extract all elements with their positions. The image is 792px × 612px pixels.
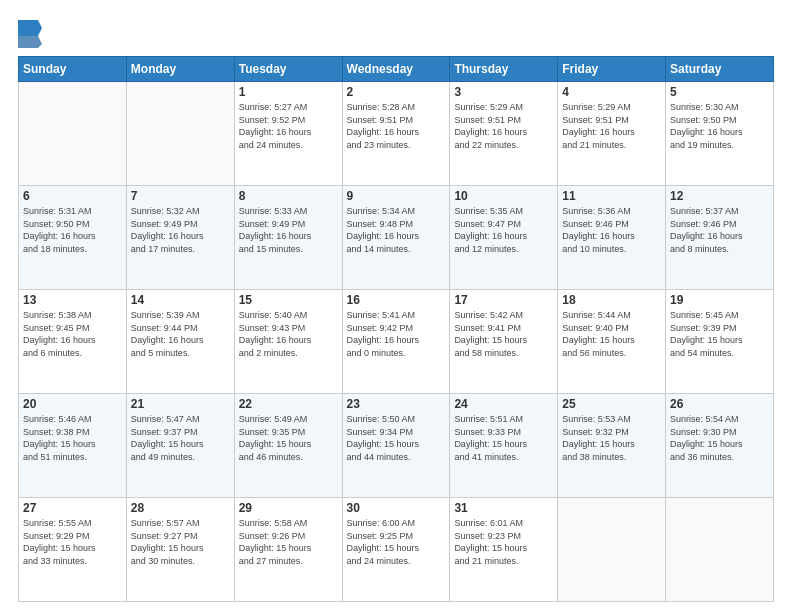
table-row: 16Sunrise: 5:41 AM Sunset: 9:42 PM Dayli…	[342, 290, 450, 394]
day-info: Sunrise: 5:55 AM Sunset: 9:29 PM Dayligh…	[23, 517, 122, 567]
day-number: 23	[347, 397, 446, 411]
day-info: Sunrise: 5:29 AM Sunset: 9:51 PM Dayligh…	[454, 101, 553, 151]
day-info: Sunrise: 5:35 AM Sunset: 9:47 PM Dayligh…	[454, 205, 553, 255]
calendar-week-row: 1Sunrise: 5:27 AM Sunset: 9:52 PM Daylig…	[19, 82, 774, 186]
table-row: 12Sunrise: 5:37 AM Sunset: 9:46 PM Dayli…	[666, 186, 774, 290]
day-info: Sunrise: 5:49 AM Sunset: 9:35 PM Dayligh…	[239, 413, 338, 463]
svg-marker-0	[18, 20, 42, 36]
weekday-header-friday: Friday	[558, 57, 666, 82]
table-row: 29Sunrise: 5:58 AM Sunset: 9:26 PM Dayli…	[234, 498, 342, 602]
day-info: Sunrise: 5:37 AM Sunset: 9:46 PM Dayligh…	[670, 205, 769, 255]
day-info: Sunrise: 5:50 AM Sunset: 9:34 PM Dayligh…	[347, 413, 446, 463]
table-row: 27Sunrise: 5:55 AM Sunset: 9:29 PM Dayli…	[19, 498, 127, 602]
day-info: Sunrise: 5:30 AM Sunset: 9:50 PM Dayligh…	[670, 101, 769, 151]
table-row: 20Sunrise: 5:46 AM Sunset: 9:38 PM Dayli…	[19, 394, 127, 498]
day-info: Sunrise: 5:38 AM Sunset: 9:45 PM Dayligh…	[23, 309, 122, 359]
weekday-header-row: SundayMondayTuesdayWednesdayThursdayFrid…	[19, 57, 774, 82]
day-number: 11	[562, 189, 661, 203]
svg-marker-1	[18, 36, 42, 48]
day-info: Sunrise: 5:29 AM Sunset: 9:51 PM Dayligh…	[562, 101, 661, 151]
weekday-header-tuesday: Tuesday	[234, 57, 342, 82]
table-row: 15Sunrise: 5:40 AM Sunset: 9:43 PM Dayli…	[234, 290, 342, 394]
calendar-week-row: 13Sunrise: 5:38 AM Sunset: 9:45 PM Dayli…	[19, 290, 774, 394]
table-row: 30Sunrise: 6:00 AM Sunset: 9:25 PM Dayli…	[342, 498, 450, 602]
day-number: 24	[454, 397, 553, 411]
calendar-week-row: 6Sunrise: 5:31 AM Sunset: 9:50 PM Daylig…	[19, 186, 774, 290]
table-row: 7Sunrise: 5:32 AM Sunset: 9:49 PM Daylig…	[126, 186, 234, 290]
day-info: Sunrise: 5:41 AM Sunset: 9:42 PM Dayligh…	[347, 309, 446, 359]
day-info: Sunrise: 6:00 AM Sunset: 9:25 PM Dayligh…	[347, 517, 446, 567]
weekday-header-thursday: Thursday	[450, 57, 558, 82]
day-number: 25	[562, 397, 661, 411]
day-number: 19	[670, 293, 769, 307]
weekday-header-sunday: Sunday	[19, 57, 127, 82]
table-row: 9Sunrise: 5:34 AM Sunset: 9:48 PM Daylig…	[342, 186, 450, 290]
day-info: Sunrise: 5:45 AM Sunset: 9:39 PM Dayligh…	[670, 309, 769, 359]
day-number: 7	[131, 189, 230, 203]
table-row: 11Sunrise: 5:36 AM Sunset: 9:46 PM Dayli…	[558, 186, 666, 290]
day-number: 28	[131, 501, 230, 515]
table-row: 17Sunrise: 5:42 AM Sunset: 9:41 PM Dayli…	[450, 290, 558, 394]
day-info: Sunrise: 5:33 AM Sunset: 9:49 PM Dayligh…	[239, 205, 338, 255]
day-info: Sunrise: 5:46 AM Sunset: 9:38 PM Dayligh…	[23, 413, 122, 463]
day-number: 6	[23, 189, 122, 203]
weekday-header-monday: Monday	[126, 57, 234, 82]
day-number: 2	[347, 85, 446, 99]
table-row: 1Sunrise: 5:27 AM Sunset: 9:52 PM Daylig…	[234, 82, 342, 186]
day-info: Sunrise: 5:36 AM Sunset: 9:46 PM Dayligh…	[562, 205, 661, 255]
day-number: 12	[670, 189, 769, 203]
day-number: 21	[131, 397, 230, 411]
calendar-week-row: 27Sunrise: 5:55 AM Sunset: 9:29 PM Dayli…	[19, 498, 774, 602]
table-row: 8Sunrise: 5:33 AM Sunset: 9:49 PM Daylig…	[234, 186, 342, 290]
table-row: 13Sunrise: 5:38 AM Sunset: 9:45 PM Dayli…	[19, 290, 127, 394]
table-row: 31Sunrise: 6:01 AM Sunset: 9:23 PM Dayli…	[450, 498, 558, 602]
table-row: 10Sunrise: 5:35 AM Sunset: 9:47 PM Dayli…	[450, 186, 558, 290]
table-row: 24Sunrise: 5:51 AM Sunset: 9:33 PM Dayli…	[450, 394, 558, 498]
table-row	[126, 82, 234, 186]
day-number: 13	[23, 293, 122, 307]
table-row: 18Sunrise: 5:44 AM Sunset: 9:40 PM Dayli…	[558, 290, 666, 394]
day-number: 3	[454, 85, 553, 99]
table-row: 22Sunrise: 5:49 AM Sunset: 9:35 PM Dayli…	[234, 394, 342, 498]
day-info: Sunrise: 5:34 AM Sunset: 9:48 PM Dayligh…	[347, 205, 446, 255]
weekday-header-wednesday: Wednesday	[342, 57, 450, 82]
table-row	[19, 82, 127, 186]
weekday-header-saturday: Saturday	[666, 57, 774, 82]
day-number: 8	[239, 189, 338, 203]
day-number: 30	[347, 501, 446, 515]
table-row	[558, 498, 666, 602]
logo-icon	[18, 20, 42, 48]
day-info: Sunrise: 5:54 AM Sunset: 9:30 PM Dayligh…	[670, 413, 769, 463]
day-number: 14	[131, 293, 230, 307]
day-info: Sunrise: 5:47 AM Sunset: 9:37 PM Dayligh…	[131, 413, 230, 463]
table-row: 23Sunrise: 5:50 AM Sunset: 9:34 PM Dayli…	[342, 394, 450, 498]
day-info: Sunrise: 5:42 AM Sunset: 9:41 PM Dayligh…	[454, 309, 553, 359]
day-info: Sunrise: 5:28 AM Sunset: 9:51 PM Dayligh…	[347, 101, 446, 151]
day-number: 4	[562, 85, 661, 99]
day-number: 18	[562, 293, 661, 307]
calendar-week-row: 20Sunrise: 5:46 AM Sunset: 9:38 PM Dayli…	[19, 394, 774, 498]
day-info: Sunrise: 5:44 AM Sunset: 9:40 PM Dayligh…	[562, 309, 661, 359]
day-number: 31	[454, 501, 553, 515]
table-row: 6Sunrise: 5:31 AM Sunset: 9:50 PM Daylig…	[19, 186, 127, 290]
day-number: 27	[23, 501, 122, 515]
day-info: Sunrise: 6:01 AM Sunset: 9:23 PM Dayligh…	[454, 517, 553, 567]
table-row: 19Sunrise: 5:45 AM Sunset: 9:39 PM Dayli…	[666, 290, 774, 394]
day-info: Sunrise: 5:40 AM Sunset: 9:43 PM Dayligh…	[239, 309, 338, 359]
day-number: 29	[239, 501, 338, 515]
day-number: 16	[347, 293, 446, 307]
calendar-table: SundayMondayTuesdayWednesdayThursdayFrid…	[18, 56, 774, 602]
day-number: 26	[670, 397, 769, 411]
logo	[18, 18, 46, 48]
table-row: 28Sunrise: 5:57 AM Sunset: 9:27 PM Dayli…	[126, 498, 234, 602]
table-row: 5Sunrise: 5:30 AM Sunset: 9:50 PM Daylig…	[666, 82, 774, 186]
table-row: 26Sunrise: 5:54 AM Sunset: 9:30 PM Dayli…	[666, 394, 774, 498]
day-number: 10	[454, 189, 553, 203]
table-row: 14Sunrise: 5:39 AM Sunset: 9:44 PM Dayli…	[126, 290, 234, 394]
day-number: 5	[670, 85, 769, 99]
day-number: 1	[239, 85, 338, 99]
day-info: Sunrise: 5:51 AM Sunset: 9:33 PM Dayligh…	[454, 413, 553, 463]
table-row: 4Sunrise: 5:29 AM Sunset: 9:51 PM Daylig…	[558, 82, 666, 186]
table-row: 3Sunrise: 5:29 AM Sunset: 9:51 PM Daylig…	[450, 82, 558, 186]
day-number: 9	[347, 189, 446, 203]
